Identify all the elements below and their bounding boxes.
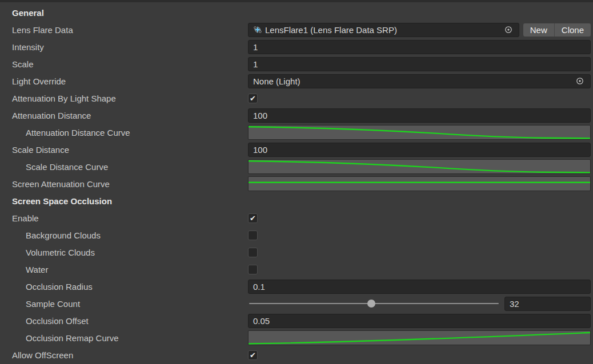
field-label-background-clouds: Background Clouds — [0, 230, 248, 240]
row-sample-count: Sample Count32 — [0, 295, 593, 312]
attenuation-distance-curve-curve-field[interactable] — [248, 125, 591, 140]
occlusion-remap-curve-curve-field[interactable] — [248, 330, 591, 345]
row-intensity: Intensity1 — [0, 38, 593, 55]
value-occlusion-remap-curve — [248, 329, 591, 346]
value-occlusion-radius: 0.1 — [248, 278, 591, 295]
field-label-enable: Enable — [0, 213, 248, 223]
field-label-occlusion-offset: Occlusion Offset — [0, 316, 248, 326]
value-attenuation-distance-curve — [248, 124, 591, 141]
water-checkbox[interactable] — [248, 265, 258, 274]
value-light-override: None (Light) — [248, 72, 591, 90]
field-label-scale: Scale — [0, 59, 248, 69]
value-scale-distance-curve — [248, 158, 591, 175]
row-attenuation-distance: Attenuation Distance100 — [0, 107, 593, 124]
field-label-attenuation-distance: Attenuation Distance — [0, 111, 248, 120]
value-attenuation-distance: 100 — [248, 107, 591, 124]
row-attenuation-distance-curve: Attenuation Distance Curve — [0, 124, 593, 141]
value-background-clouds — [248, 227, 591, 244]
value-scale-distance: 100 — [248, 141, 591, 158]
row-allow-offscreen: Allow OffScreen✔ — [0, 346, 593, 363]
intensity-field[interactable]: 1 — [248, 40, 591, 54]
field-label-scale-distance: Scale Distance — [0, 145, 248, 155]
enable-checkbox[interactable]: ✔ — [248, 213, 258, 223]
sample-count-slider[interactable] — [248, 295, 500, 312]
attenuation-by-light-shape-checkbox[interactable]: ✔ — [248, 94, 258, 103]
field-label-occlusion-radius: Occlusion Radius — [0, 282, 248, 292]
clone-button[interactable]: Clone — [554, 23, 591, 37]
row-occlusion-radius: Occlusion Radius0.1 — [0, 278, 593, 295]
row-attenuation-by-light-shape: Attenuation By Light Shape✔ — [0, 90, 593, 107]
section-header-screen-space-occlusion: Screen Space Occlusion — [0, 196, 248, 206]
checkmark-icon: ✔ — [250, 215, 256, 222]
volumetric-clouds-checkbox[interactable] — [248, 248, 258, 257]
occlusion-radius-field[interactable]: 0.1 — [248, 280, 591, 294]
value-lens-flare-data: LensFlare1 (Lens Flare Data SRP)NewClone — [248, 21, 591, 38]
background-clouds-checkbox[interactable] — [248, 230, 258, 240]
sample-count-value-box: 32 — [504, 297, 591, 311]
field-label-volumetric-clouds: Volumetric Clouds — [0, 248, 248, 257]
occlusion-offset-field[interactable]: 0.05 — [248, 314, 591, 328]
row-scale-distance-curve: Scale Distance Curve — [0, 158, 593, 175]
row-occlusion-offset: Occlusion Offset0.05 — [0, 312, 593, 329]
row-general: General — [0, 4, 593, 21]
field-label-attenuation-by-light-shape: Attenuation By Light Shape — [0, 94, 248, 103]
lens-flare-icon — [253, 25, 262, 34]
field-label-sample-count: Sample Count — [0, 299, 248, 309]
value-intensity: 1 — [248, 38, 591, 55]
row-occlusion-remap-curve: Occlusion Remap Curve — [0, 329, 593, 346]
lens-flare-data-object-name: LensFlare1 (Lens Flare Data SRP) — [265, 25, 397, 35]
value-scale: 1 — [248, 55, 591, 72]
row-water: Water — [0, 261, 593, 278]
object-picker-icon[interactable] — [503, 23, 514, 37]
field-label-allow-offscreen: Allow OffScreen — [0, 350, 248, 360]
light-override-object-name: None (Light) — [253, 76, 300, 86]
row-screen-space-occlusion: Screen Space Occlusion — [0, 192, 593, 209]
field-label-screen-attenuation-curve: Screen Attenuation Curve — [0, 179, 248, 189]
value-attenuation-by-light-shape: ✔ — [248, 90, 591, 107]
row-screen-attenuation-curve: Screen Attenuation Curve — [0, 175, 593, 192]
value-enable: ✔ — [248, 209, 591, 227]
screen-attenuation-curve-curve-field[interactable] — [248, 176, 591, 191]
field-label-intensity: Intensity — [0, 42, 248, 52]
inspector-lens-flare-panel: GeneralLens Flare DataLensFlare1 (Lens F… — [0, 0, 593, 364]
field-label-lens-flare-data: Lens Flare Data — [0, 25, 248, 35]
row-volumetric-clouds: Volumetric Clouds — [0, 244, 593, 261]
inspector-rows: GeneralLens Flare DataLensFlare1 (Lens F… — [0, 4, 593, 363]
row-light-override: Light OverrideNone (Light) — [0, 72, 593, 90]
field-label-scale-distance-curve: Scale Distance Curve — [0, 162, 248, 172]
section-header-general: General — [0, 8, 248, 18]
value-allow-offscreen: ✔ — [248, 346, 591, 363]
value-volumetric-clouds — [248, 244, 591, 261]
lens-flare-data-buttons: NewClone — [523, 23, 591, 37]
light-override-object-field[interactable]: None (Light) — [248, 74, 591, 88]
field-label-occlusion-remap-curve: Occlusion Remap Curve — [0, 333, 248, 343]
row-enable: Enable✔ — [0, 209, 593, 227]
value-water — [248, 261, 591, 278]
checkmark-icon: ✔ — [250, 95, 256, 102]
scale-distance-field[interactable]: 100 — [248, 143, 591, 157]
row-scale-distance: Scale Distance100 — [0, 141, 593, 158]
scale-field[interactable]: 1 — [248, 57, 591, 71]
attenuation-distance-field[interactable]: 100 — [248, 108, 591, 123]
field-label-water: Water — [0, 265, 248, 274]
row-background-clouds: Background Clouds — [0, 227, 593, 244]
row-lens-flare-data: Lens Flare DataLensFlare1 (Lens Flare Da… — [0, 21, 593, 38]
lens-flare-data-object-field[interactable]: LensFlare1 (Lens Flare Data SRP) — [248, 23, 519, 37]
sample-count-value-field[interactable]: 32 — [504, 297, 591, 311]
field-label-attenuation-distance-curve: Attenuation Distance Curve — [0, 128, 248, 137]
row-scale: Scale1 — [0, 55, 593, 72]
value-sample-count: 32 — [248, 295, 591, 312]
new-button[interactable]: New — [523, 23, 554, 37]
field-label-light-override: Light Override — [0, 76, 248, 86]
scale-distance-curve-curve-field[interactable] — [248, 159, 591, 174]
value-screen-attenuation-curve — [248, 175, 591, 192]
checkmark-icon: ✔ — [250, 351, 256, 359]
object-picker-icon[interactable] — [574, 75, 586, 88]
allow-offscreen-checkbox[interactable]: ✔ — [248, 350, 258, 360]
sample-count-slider-thumb[interactable] — [367, 300, 375, 308]
value-occlusion-offset: 0.05 — [248, 312, 591, 329]
